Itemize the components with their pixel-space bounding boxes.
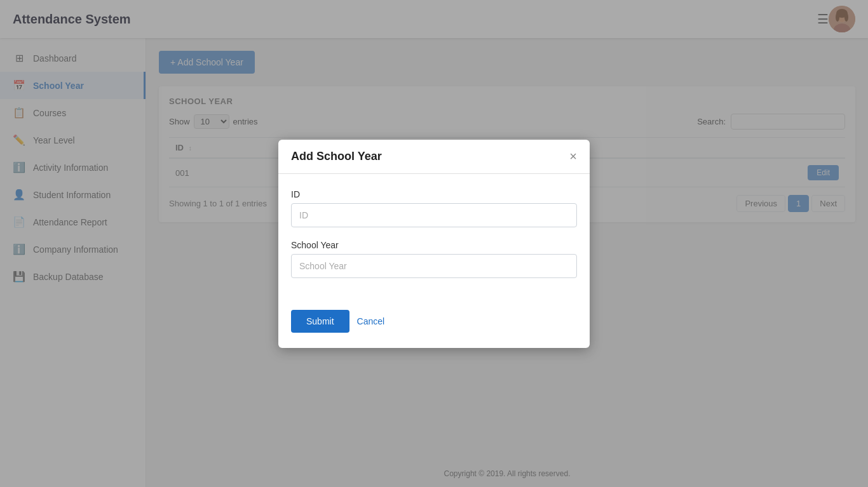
submit-button[interactable]: Submit xyxy=(291,310,349,333)
modal-overlay[interactable]: Add School Year × ID School Year Submit … xyxy=(0,0,868,487)
add-school-year-modal: Add School Year × ID School Year Submit … xyxy=(278,140,590,348)
id-field-group: ID xyxy=(291,189,577,227)
modal-footer: Submit Cancel xyxy=(278,304,590,348)
id-input[interactable] xyxy=(291,203,577,227)
school-year-input[interactable] xyxy=(291,254,577,278)
modal-header: Add School Year × xyxy=(278,140,590,174)
modal-close-button[interactable]: × xyxy=(569,150,577,163)
modal-title: Add School Year xyxy=(291,150,382,163)
id-label: ID xyxy=(291,189,577,199)
cancel-button[interactable]: Cancel xyxy=(357,316,385,326)
school-year-label: School Year xyxy=(291,240,577,250)
modal-body: ID School Year xyxy=(278,174,590,304)
school-year-field-group: School Year xyxy=(291,240,577,278)
